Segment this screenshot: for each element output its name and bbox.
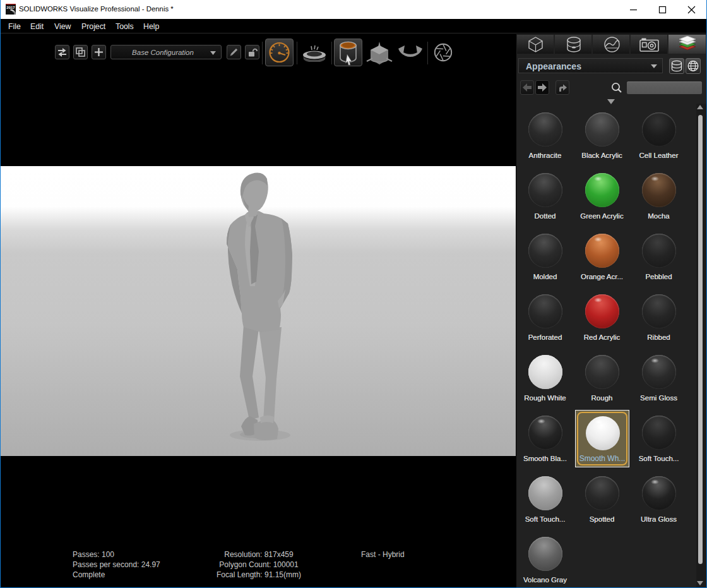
- svg-text:2017: 2017: [6, 6, 15, 9]
